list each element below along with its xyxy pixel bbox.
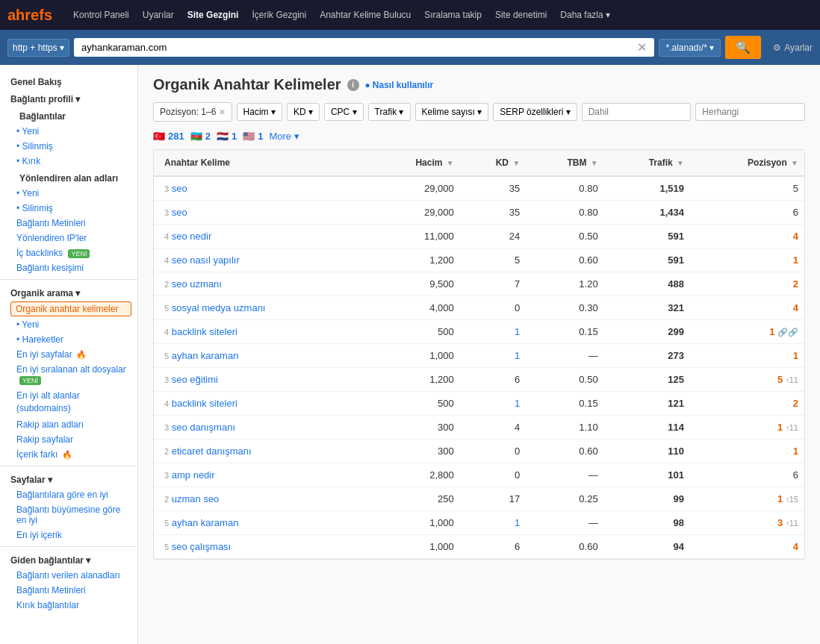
settings-button[interactable]: ⚙ Ayarlar (773, 43, 813, 53)
how-to-use-link[interactable]: ● Nasıl kullanılır (365, 80, 434, 90)
table-row: 5 ayhan karaman 1,000 1 — 273 1 (154, 344, 804, 368)
flag-item-az[interactable]: 🇦🇿 2 (190, 131, 211, 142)
cell-trafik: 591 (604, 225, 690, 248)
sidebar-baglantilara[interactable]: Bağlantılara göre en iyi (0, 487, 137, 502)
cell-keyword: 4 backlink siteleri (154, 392, 368, 416)
sidebar-kirik-baglantılar[interactable]: Kırık bağlantılar (0, 598, 137, 613)
keyword-link[interactable]: seo nasıl yapılır (172, 254, 240, 266)
new-badge: YENİ (68, 249, 90, 258)
trafik-filter-button[interactable]: Trafik ▾ (368, 103, 411, 121)
keyword-link[interactable]: uzman seo (172, 493, 220, 504)
kd-filter-button[interactable]: KD ▾ (287, 103, 320, 121)
flag-item-nl[interactable]: 🇳🇱 1 (217, 131, 237, 142)
table-row: 2 seo uzmanı 9,500 7 1.20 488 2 (154, 272, 804, 296)
sidebar-en-iyi-sirali[interactable]: En iyi sıralanan alt dosyalar YENİ (0, 362, 137, 387)
flag-nl: 🇳🇱 (217, 131, 229, 142)
sidebar-item-kirik[interactable]: • Kırık (0, 154, 137, 169)
cell-tbm: 0.50 (526, 368, 603, 392)
th-kd[interactable]: KD ▼ (460, 150, 527, 176)
sidebar-en-iyi-alt[interactable]: En iyi alt alanlar (subdomains) (0, 387, 137, 417)
nav-siralama[interactable]: Sıralama takip (418, 7, 488, 23)
nav-icerik[interactable]: İçerik Gezgini (246, 7, 312, 23)
nav-kontrol[interactable]: Kontrol Paneli (67, 7, 135, 23)
keyword-link[interactable]: sosyal medya uzmanı (172, 302, 266, 313)
sidebar-ic-backlinks[interactable]: İç backlinks YENİ (0, 246, 137, 260)
sidebar-baglanti-metinleri[interactable]: Bağlantı Metinleri (0, 216, 137, 231)
sidebar-giden[interactable]: Giden bağlantılar ▾ (0, 551, 137, 568)
herhangi-input[interactable] (695, 103, 805, 121)
kelime-sayisi-button[interactable]: Kelime sayısı ▾ (415, 103, 489, 121)
th-pozisyon[interactable]: Pozisyon ▼ (690, 150, 804, 176)
nav-site-denetimi[interactable]: Site denetimi (489, 7, 553, 23)
cpc-filter-button[interactable]: CPC ▾ (324, 103, 364, 121)
keyword-link[interactable]: eticaret danışmanı (172, 446, 252, 457)
cell-keyword: 2 eticaret danışmanı (154, 440, 368, 463)
th-trafik[interactable]: Trafik ▼ (604, 150, 690, 176)
flag-item-us[interactable]: 🇺🇸 1 (243, 131, 263, 142)
keyword-num: 2 (164, 447, 169, 456)
sidebar-en-iyi-sayfalar[interactable]: En iyi sayfalar 🔥 (0, 347, 137, 362)
th-tbm[interactable]: TBM ▼ (526, 150, 603, 176)
sidebar-rakip-sayfalar[interactable]: Rakip sayfalar (0, 432, 137, 447)
search-button[interactable]: 🔍 (725, 36, 761, 59)
keyword-link[interactable]: backlink siteleri (172, 326, 237, 337)
sidebar-sayfalar[interactable]: Sayfalar ▾ (0, 470, 137, 487)
hacim-filter-button[interactable]: Hacim ▾ (237, 103, 282, 121)
info-icon: i (347, 79, 359, 91)
serp-filter-button[interactable]: SERP özellikleri ▾ (493, 103, 577, 121)
keyword-link[interactable]: seo eğitimi (172, 374, 218, 385)
cell-hacim: 1,200 (368, 248, 460, 272)
nav-uyarilar[interactable]: Uyarılar (137, 7, 180, 23)
sidebar-baglanti-profili[interactable]: Bağlantı profili ▾ (0, 90, 137, 107)
sidebar-rakip-alan[interactable]: Rakip alan adları (0, 417, 137, 432)
page-title: Organik Anahtar Kelimeler (153, 76, 341, 93)
sidebar-divider3 (0, 546, 137, 547)
th-hacim[interactable]: Hacim ▼ (368, 150, 460, 176)
pozisyon-remove-button[interactable]: × (219, 106, 225, 118)
sidebar-baglanti-metinleri2[interactable]: Bağlantı Metinleri (0, 583, 137, 598)
more-button[interactable]: More ▾ (269, 131, 299, 142)
sidebar-item-yoni-silinmis[interactable]: • Silinmiş (0, 201, 137, 216)
table-row: 3 amp nedir 2,800 0 — 101 6 (154, 463, 804, 487)
cell-pozisyon: 2 (690, 392, 804, 416)
table-row: 4 seo nedir 11,000 24 0.50 591 4 (154, 225, 804, 248)
sidebar-organik-anahtar[interactable]: Organik anahtar kelimeler (10, 301, 131, 316)
keyword-link[interactable]: seo uzmanı (172, 278, 222, 290)
sidebar-baglanti-verilen[interactable]: Bağlantı verilen alanadları (0, 568, 137, 583)
keyword-link[interactable]: seo çalışması (172, 541, 231, 552)
nav-anahtar[interactable]: Anahtar Kelime Bulucu (314, 7, 417, 23)
nav-site-gezgini[interactable]: Site Gezgini (181, 7, 245, 23)
sidebar-baglanti-kesimi[interactable]: Bağlantı kesişimi (0, 260, 137, 275)
sidebar-org-yeni[interactable]: • Yeni (0, 317, 137, 332)
sidebar-organik-arama[interactable]: Organik arama ▾ (0, 284, 137, 301)
table-body: 3 seo 29,000 35 0.80 1,519 5 3 seo 29,00… (154, 176, 804, 559)
protocol-select[interactable]: http + https ▾ (7, 39, 69, 57)
keyword-link[interactable]: amp nedir (172, 469, 215, 481)
top-navigation: ahrefs Kontrol Paneli Uyarılar Site Gezg… (0, 0, 820, 30)
cell-keyword: 2 seo uzmanı (154, 272, 368, 296)
sidebar-en-iyi-icerik[interactable]: En iyi içerik (0, 528, 137, 543)
sidebar-icerik-farki[interactable]: İçerik farkı 🔥 (0, 447, 137, 462)
keyword-link[interactable]: backlink siteleri (172, 398, 237, 409)
sidebar-item-yeni1[interactable]: • Yeni (0, 124, 137, 139)
dahil-input[interactable] (582, 103, 692, 121)
keyword-link[interactable]: seo danışmanı (172, 422, 235, 433)
sidebar-buyumesine[interactable]: Bağlantı büyümesine göre en iyi (0, 502, 137, 528)
sidebar-yonlendiren-pler[interactable]: Yönlendiren IP'ler (0, 231, 137, 246)
keyword-link[interactable]: seo nedir (172, 231, 211, 242)
flag-item-tr[interactable]: 🇹🇷 281 (153, 131, 184, 142)
nav-daha-fazla[interactable]: Daha fazla ▾ (554, 7, 616, 23)
sidebar-item-silinmis1[interactable]: • Silinmiş (0, 139, 137, 154)
clear-button[interactable]: ✕ (634, 40, 650, 54)
cell-hacim: 250 (368, 487, 460, 511)
keywords-table-wrapper: Anahtar Kelime Hacim ▼ KD ▼ TBM ▼ (153, 149, 805, 560)
keyword-link[interactable]: ayhan karaman (172, 517, 239, 528)
keyword-link[interactable]: ayhan karaman (172, 350, 239, 361)
keyword-link[interactable]: seo (172, 183, 187, 194)
sidebar-item-yoni-yeni[interactable]: • Yeni (0, 186, 137, 201)
keyword-link[interactable]: seo (172, 207, 187, 218)
domain-filter-button[interactable]: *.alanadı/* ▾ (659, 39, 721, 57)
sidebar-genel-bakis[interactable]: Genel Bakış (0, 72, 137, 90)
url-input[interactable] (78, 38, 634, 57)
sidebar-org-hareketler[interactable]: • Hareketler (0, 332, 137, 347)
